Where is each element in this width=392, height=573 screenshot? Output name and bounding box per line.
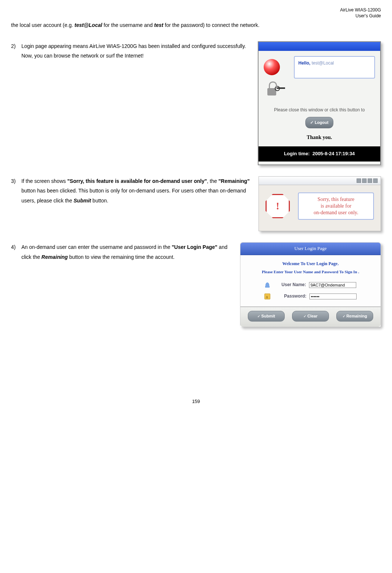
intro-paragraph: the local user account (e.g. test@Local …	[11, 20, 381, 30]
step-text: Login page appearing means AirLive WIAS-…	[21, 41, 253, 61]
login-time-bar: Login time: 2005-8-24 17:19:34	[259, 146, 380, 162]
welcome-text: Welcome To User Login Page.	[240, 260, 381, 268]
product-name: AirLive WIAS-1200G	[340, 7, 381, 13]
password-input[interactable]	[309, 294, 357, 299]
user-icon	[265, 282, 270, 288]
submit-button[interactable]: Submit	[248, 311, 285, 322]
step-number: 3)	[11, 176, 20, 186]
logged-user: test@Local	[312, 60, 334, 66]
login-page-screenshot: User Login Page Welcome To User Login Pa…	[240, 242, 381, 327]
warning-icon: !	[266, 194, 290, 218]
status-indicator-icon	[264, 59, 280, 75]
close-message: Please close this window or click this b…	[259, 106, 380, 114]
page-number: 159	[11, 397, 381, 406]
hello-label: Hello,	[298, 60, 312, 66]
step-3: 3) If the screen shows "Sorry, this feat…	[11, 176, 381, 232]
logout-button[interactable]: Logout	[305, 117, 333, 128]
clear-button[interactable]: Clear	[292, 311, 329, 322]
step-2: 2) Login page appearing means AirLive WI…	[11, 41, 381, 165]
thank-you-text: Thank you.	[259, 133, 380, 143]
logout-success-screenshot: Hello, test@Local Please close this wind…	[258, 41, 381, 165]
step-number: 2)	[11, 41, 20, 51]
username-label: User Name:	[273, 281, 306, 289]
step-text: If the screen shows "Sorry, this feature…	[21, 176, 253, 206]
greeting-box: Hello, test@Local	[294, 56, 375, 79]
example-password: test	[154, 22, 163, 28]
password-label: Password:	[273, 292, 306, 301]
username-input[interactable]	[309, 282, 356, 288]
login-time-value: 2005-8-24 17:19:34	[312, 151, 355, 156]
step-text: An on-demand user can enter the username…	[21, 242, 235, 262]
password-icon	[264, 294, 270, 299]
title-bar	[259, 42, 380, 51]
doc-header: AirLive WIAS-1200G User's Guide	[11, 7, 381, 19]
remaining-button[interactable]: Remaining	[336, 311, 373, 322]
warning-screenshot: ! Sorry, this feature is available for o…	[259, 176, 381, 232]
example-username: test@Local	[74, 22, 102, 28]
doc-title: User's Guide	[355, 13, 381, 18]
instruction-text: Please Enter Your User Name and Password…	[240, 268, 381, 276]
login-time-label: Login time:	[284, 151, 310, 156]
step-4: 4) An on-demand user can enter the usern…	[11, 242, 381, 327]
step-number: 4)	[11, 242, 20, 252]
login-page-title: User Login Page	[240, 243, 381, 255]
lock-icon	[266, 81, 281, 96]
window-chrome	[259, 177, 381, 185]
warning-message: Sorry, this feature is available for on-…	[298, 192, 374, 220]
